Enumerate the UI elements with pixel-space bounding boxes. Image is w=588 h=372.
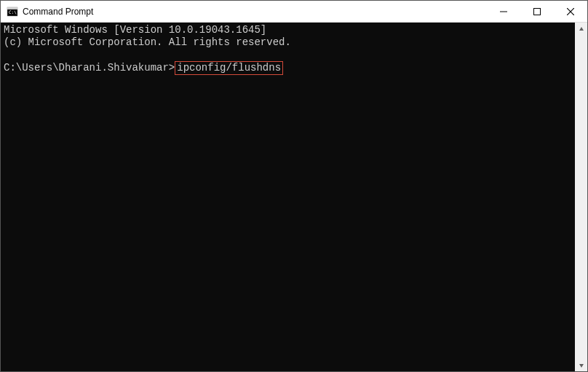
- svg-text:C:\: C:\: [9, 9, 17, 15]
- svg-marker-7: [579, 27, 584, 31]
- prompt-path: C:\Users\Dharani.Shivakumar>: [4, 62, 175, 74]
- svg-rect-4: [534, 8, 541, 15]
- command-prompt-window: C:\ Command Prompt Microsoft Windows [Ve…: [0, 0, 588, 372]
- scroll-track[interactable]: [575, 35, 587, 359]
- close-button[interactable]: [554, 1, 587, 22]
- content-area: Microsoft Windows [Version 10.0.19043.16…: [1, 23, 587, 371]
- titlebar[interactable]: C:\ Command Prompt: [1, 1, 587, 23]
- maximize-button[interactable]: [520, 1, 554, 22]
- window-controls: [487, 1, 587, 22]
- vertical-scrollbar[interactable]: [575, 23, 587, 371]
- scroll-down-button[interactable]: [575, 359, 587, 371]
- window-title: Command Prompt: [23, 7, 487, 17]
- terminal-output[interactable]: Microsoft Windows [Version 10.0.19043.16…: [1, 23, 575, 371]
- app-icon: C:\: [7, 6, 18, 17]
- scroll-up-button[interactable]: [575, 23, 587, 35]
- minimize-button[interactable]: [487, 1, 520, 22]
- output-line: (c) Microsoft Corporation. All rights re…: [4, 36, 291, 48]
- svg-marker-8: [579, 364, 584, 368]
- typed-command: ipconfig/flushdns: [175, 61, 283, 75]
- output-line: Microsoft Windows [Version 10.0.19043.16…: [4, 24, 266, 36]
- prompt-line: C:\Users\Dharani.Shivakumar>ipconfig/flu…: [4, 62, 283, 74]
